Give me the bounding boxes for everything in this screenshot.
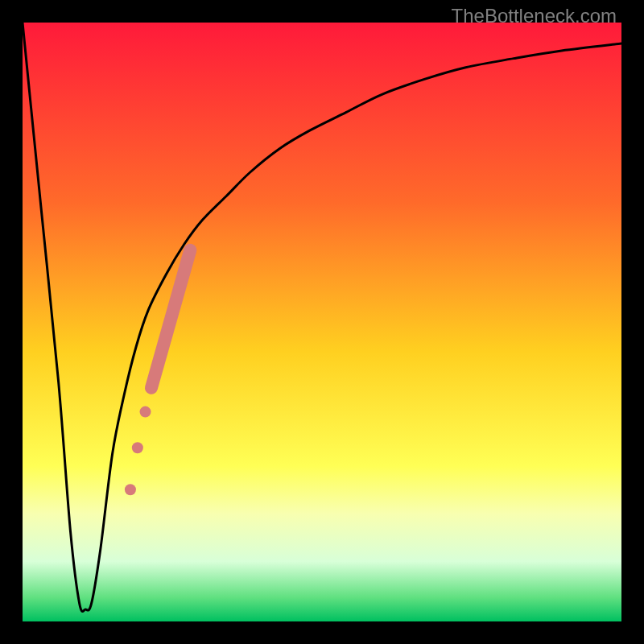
- gradient-background: [23, 23, 621, 621]
- highlight-dot: [125, 484, 136, 495]
- plot-area: [23, 23, 621, 621]
- highlight-dot: [132, 442, 143, 453]
- watermark-text: TheBottleneck.com: [452, 5, 617, 27]
- plot-svg: [23, 23, 621, 621]
- highlight-dot: [140, 407, 151, 418]
- chart-frame: TheBottleneck.com: [0, 0, 644, 644]
